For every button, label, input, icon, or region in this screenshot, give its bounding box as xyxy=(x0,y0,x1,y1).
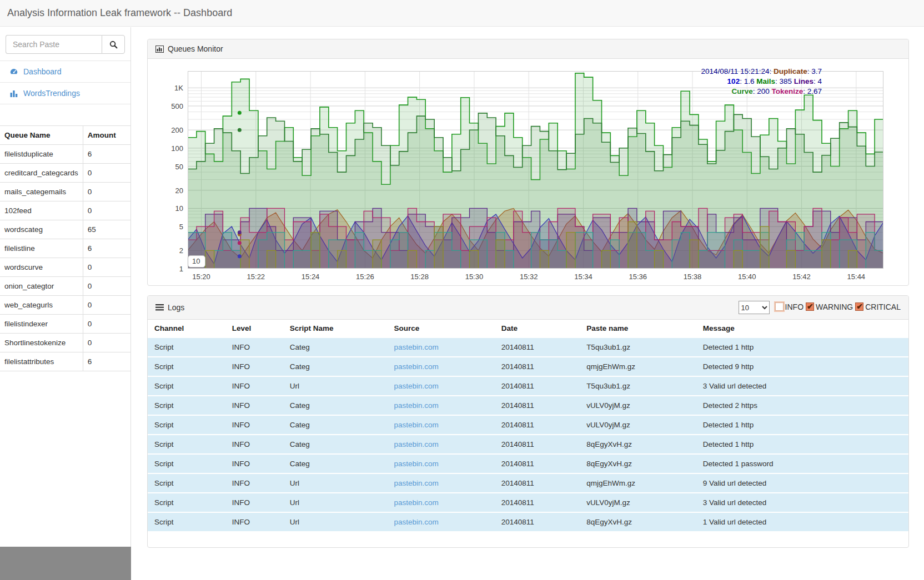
logs-page-size-select[interactable]: 10 xyxy=(739,301,770,314)
log-cell: 20140811 xyxy=(495,454,580,473)
log-cell: pastebin.com xyxy=(388,396,495,415)
log-cell: Script xyxy=(148,396,225,415)
log-cell: Script xyxy=(148,357,225,376)
log-cell: Script xyxy=(148,415,225,435)
y-axis-tick: 500 xyxy=(159,102,183,110)
log-cell: pastebin.com xyxy=(388,357,495,376)
source-link[interactable]: pastebin.com xyxy=(394,343,439,351)
queue-name-cell: web_categurls xyxy=(0,296,83,315)
log-cell: 20140811 xyxy=(495,396,580,415)
source-link[interactable]: pastebin.com xyxy=(394,382,439,390)
source-link[interactable]: pastebin.com xyxy=(394,460,439,468)
logs-column-header: Script Name xyxy=(283,320,388,337)
filter-warning[interactable]: WARNING xyxy=(806,302,853,311)
filter-checkbox-warning[interactable] xyxy=(806,302,814,311)
log-cell: Detected 1 password xyxy=(696,454,908,473)
log-cell: Url xyxy=(283,376,388,396)
queue-table-body: filelistduplicate6creditcard_categcards0… xyxy=(0,145,130,371)
y-axis-tick: 1K xyxy=(159,84,183,92)
chart-plot[interactable] xyxy=(188,71,883,269)
chart-axis-button[interactable]: 10 xyxy=(188,255,205,268)
log-row: ScriptINFOUrlpastebin.com20140811vULV0yj… xyxy=(148,493,908,512)
log-cell: pastebin.com xyxy=(388,435,495,454)
logs-panel: Logs 10 INFOWARNINGCRITICAL ChannelLevel… xyxy=(147,295,909,548)
source-link[interactable]: pastebin.com xyxy=(394,518,439,526)
queue-amount-cell: 0 xyxy=(83,201,130,220)
legend-line: 2014/08/11 15:21:24: Duplicate: 3.7 xyxy=(701,67,822,77)
chart-panel-icon xyxy=(155,46,164,53)
log-cell: INFO xyxy=(225,435,283,454)
x-axis-tick: 15:42 xyxy=(792,273,811,281)
main-content: Queues Monitor 2014/08/11 15:21:24: Dupl… xyxy=(147,27,909,548)
log-cell: INFO xyxy=(225,337,283,357)
log-cell: pastebin.com xyxy=(388,415,495,435)
logs-table-header-row: ChannelLevelScript NameSourceDatePaste n… xyxy=(148,320,908,337)
log-row: ScriptINFOCategpastebin.com20140811vULV0… xyxy=(148,415,908,435)
queues-monitor-chart: 2014/08/11 15:21:24: Duplicate: 3.7102: … xyxy=(152,63,904,283)
log-row: ScriptINFOUrlpastebin.com20140811T5qu3ub… xyxy=(148,376,908,396)
y-axis-tick: 2 xyxy=(159,246,183,255)
source-link[interactable]: pastebin.com xyxy=(394,401,439,410)
log-row: ScriptINFOCategpastebin.com201408118qEgy… xyxy=(148,454,908,473)
log-cell: 8qEgyXvH.gz xyxy=(580,512,696,531)
search-input[interactable] xyxy=(6,35,102,54)
legend-segment: 102 xyxy=(727,77,740,85)
log-cell: Categ xyxy=(283,357,388,376)
filter-critical[interactable]: CRITICAL xyxy=(855,302,901,311)
source-link[interactable]: pastebin.com xyxy=(394,421,439,429)
queue-row: filelistattributes6 xyxy=(0,352,130,371)
logs-table: ChannelLevelScript NameSourceDatePaste n… xyxy=(148,320,908,531)
sidebar-item-wordstrendings[interactable]: WordsTrendings xyxy=(0,83,130,104)
log-cell: Script xyxy=(148,337,225,357)
queue-amount-header: Amount xyxy=(83,126,130,145)
log-row: ScriptINFOUrlpastebin.com201408118qEgyXv… xyxy=(148,512,908,531)
filter-info[interactable]: INFO xyxy=(775,302,804,311)
queue-name-cell: wordscurve xyxy=(0,258,83,277)
queue-name-cell: filelistline xyxy=(0,239,83,258)
log-cell: 20140811 xyxy=(495,473,580,493)
x-axis-tick: 15:28 xyxy=(410,273,429,281)
queue-row: wordscateg65 xyxy=(0,220,130,239)
panel-title: Queues Monitor xyxy=(168,44,223,53)
legend-segment: Mails xyxy=(756,77,775,85)
search-button[interactable] xyxy=(102,35,125,54)
sidebar: Dashboard WordsTrendings Queue Name Amou… xyxy=(0,27,131,547)
log-cell: Script xyxy=(148,512,225,531)
queue-table: Queue Name Amount filelistduplicate6cred… xyxy=(0,125,130,371)
log-cell: Detected 1 http xyxy=(696,415,908,435)
legend-segment: : 1.6 xyxy=(740,77,756,85)
source-link[interactable]: pastebin.com xyxy=(394,362,439,371)
legend-line: 102: 1.6 Mails: 385 Lines: 4 xyxy=(701,77,822,87)
panel-title: Logs xyxy=(168,303,184,312)
log-cell: 20140811 xyxy=(495,415,580,435)
logs-column-header: Channel xyxy=(148,320,225,337)
hover-dot-Mails xyxy=(238,111,242,115)
sidebar-nav: Dashboard WordsTrendings xyxy=(0,60,130,104)
log-cell: 1 Valid url detected xyxy=(696,512,908,531)
source-link[interactable]: pastebin.com xyxy=(394,498,439,507)
filter-checkbox-critical[interactable] xyxy=(855,302,863,311)
source-link[interactable]: pastebin.com xyxy=(394,479,439,487)
legend-segment: 2014/08/11 15:21:24: xyxy=(701,67,774,75)
queue-row: creditcard_categcards0 xyxy=(0,164,130,183)
filter-checkbox-info[interactable] xyxy=(775,302,784,311)
app-title: Analysis Information Leak framework -- D… xyxy=(0,0,232,19)
logs-column-header: Message xyxy=(696,320,908,337)
log-row: ScriptINFOCategpastebin.com20140811T5qu3… xyxy=(148,337,908,357)
log-cell: qmjgEhWm.gz xyxy=(580,357,696,376)
source-link[interactable]: pastebin.com xyxy=(394,440,439,448)
log-cell: 20140811 xyxy=(495,493,580,512)
log-cell: 8qEgyXvH.gz xyxy=(580,435,696,454)
log-cell: 9 Valid url detected xyxy=(696,473,908,493)
legend-segment: : 385 xyxy=(775,77,794,85)
hover-dot-Tokenize xyxy=(238,241,242,245)
log-cell: 20140811 xyxy=(495,337,580,357)
log-cell: Detected 1 http xyxy=(696,337,908,357)
logs-column-header: Date xyxy=(495,320,580,337)
x-axis-tick: 15:30 xyxy=(465,273,484,281)
sidebar-item-dashboard[interactable]: Dashboard xyxy=(0,61,130,83)
log-cell: qmjgEhWm.gz xyxy=(580,473,696,493)
log-cell: pastebin.com xyxy=(388,512,495,531)
log-cell: Detected 2 https xyxy=(696,396,908,415)
y-axis-tick: 200 xyxy=(159,126,183,134)
